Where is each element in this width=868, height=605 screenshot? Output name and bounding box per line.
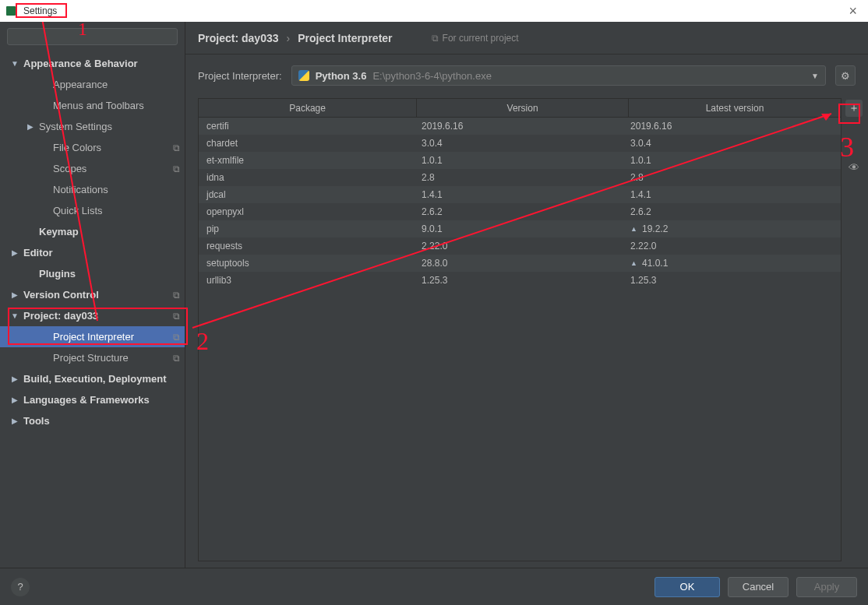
ok-label: OK [680,581,695,593]
sidebar-item[interactable]: ▶Keymap [0,221,185,242]
cell-package: chardet [203,138,418,149]
cell-package: idna [203,172,418,183]
sidebar-item[interactable]: ▶Menus and Toolbars [0,95,185,116]
upgrade-available-icon: ▲ [630,259,637,267]
interpreter-row: Project Interpreter: Python 3.6 E:\pytho… [185,55,868,93]
table-header: Package Version Latest version [199,99,841,118]
sidebar-item[interactable]: ▶Build, Execution, Deployment [0,368,185,389]
latest-text: 1.4.1 [630,189,651,200]
sidebar-item-label: Version Control [23,289,99,301]
col-latest[interactable]: Latest version [629,99,841,117]
sidebar-item[interactable]: ▶Editor [0,242,185,263]
col-version[interactable]: Version [417,99,629,117]
table-row[interactable]: jdcal1.4.11.4.1 [199,186,841,203]
sidebar-item[interactable]: ▶Scopes⧉ [0,158,185,179]
upgrade-available-icon: ▲ [630,225,637,233]
sidebar-item[interactable]: ▶System Settings [0,116,185,137]
latest-text: 41.0.1 [642,258,668,269]
sidebar-item[interactable]: ▶Version Control⧉ [0,284,185,305]
sidebar-item[interactable]: ▶Plugins [0,263,185,284]
cell-version: 2.6.2 [418,206,627,217]
sidebar-item-label: Keymap [39,226,79,237]
sidebar-item-label: Notifications [53,184,108,195]
sidebar-item[interactable]: ▶Notifications [0,179,185,200]
table-row[interactable]: idna2.82.8 [199,169,841,186]
cell-version: 2.22.0 [418,241,627,251]
close-icon[interactable]: × [844,4,862,18]
chevron-right-icon: ▶ [11,396,19,404]
cell-version: 1.4.1 [418,189,627,200]
cell-package: certifi [203,121,418,132]
apply-label: Apply [814,581,840,593]
main-area: 🔍 ▼Appearance & Behavior▶Appearance▶Menu… [0,22,868,568]
cell-latest: 3.0.4 [627,138,836,149]
table-row[interactable]: setuptools28.8.0▲41.0.1 [199,255,841,272]
python-icon [298,70,309,81]
sidebar-item[interactable]: ▶Quick Lists [0,200,185,221]
sidebar-item-label: Scopes [53,163,86,174]
cell-version: 2.8 [418,172,627,183]
cell-latest: 1.0.1 [627,155,836,166]
scope-badge-icon: ⧉ [173,164,180,174]
settings-sidebar: 🔍 ▼Appearance & Behavior▶Appearance▶Menu… [0,22,185,568]
table-row[interactable]: certifi2019.6.162019.6.16 [199,118,841,135]
cancel-button[interactable]: Cancel [728,577,789,597]
sidebar-item-label: Menus and Toolbars [53,100,144,111]
latest-text: 3.0.4 [630,138,651,149]
table-row[interactable]: urllib31.25.31.25.3 [199,272,841,289]
interpreter-settings-button[interactable]: ⚙ [835,65,856,86]
cell-latest: 1.4.1 [627,189,836,200]
chevron-right-icon: ▶ [26,122,34,131]
cell-latest: ▲41.0.1 [627,258,836,269]
search-input[interactable] [7,28,178,45]
packages-table: Package Version Latest version certifi20… [198,98,842,561]
interpreter-label: Project Interpreter: [198,70,282,82]
show-early-releases-button[interactable]: 👁 [845,159,863,176]
apply-button[interactable]: Apply [796,577,857,597]
cell-package: pip [203,223,418,234]
cell-latest: 2019.6.16 [627,121,836,132]
sidebar-item[interactable]: ▶Project Structure⧉ [0,347,185,368]
sidebar-item-label: Plugins [39,268,76,280]
table-row[interactable]: requests2.22.02.22.0 [199,237,841,255]
table-row[interactable]: chardet3.0.43.0.4 [199,135,841,152]
cell-latest: 2.22.0 [627,241,836,251]
chevron-right-icon: ▶ [11,290,19,299]
sidebar-item[interactable]: ▼Appearance & Behavior [0,53,185,74]
cell-latest: 2.6.2 [627,206,836,217]
cell-version: 28.8.0 [418,258,627,269]
cell-package: urllib3 [203,275,418,286]
eye-icon: 👁 [849,161,859,174]
sidebar-item-label: Quick Lists [53,205,103,216]
cell-package: requests [203,241,418,251]
table-row[interactable]: pip9.0.1▲19.2.2 [199,220,841,237]
scope-badge-icon: ⧉ [173,142,180,153]
ok-button[interactable]: OK [655,577,720,597]
col-package[interactable]: Package [199,99,417,117]
interpreter-select[interactable]: Python 3.6 E:\python3-6-4\python.exe ▼ [291,65,826,86]
chevron-down-icon: ▼ [11,59,19,68]
sidebar-item[interactable]: ▶Tools [0,410,185,431]
cell-latest: ▲19.2.2 [627,223,836,234]
latest-text: 19.2.2 [642,223,668,234]
latest-text: 2.8 [630,172,644,183]
cell-package: jdcal [203,189,418,200]
sidebar-item-label: Appearance & Behavior [23,58,138,69]
table-row[interactable]: openpyxl2.6.22.6.2 [199,203,841,220]
chevron-down-icon: ▼ [811,72,819,80]
help-button[interactable]: ? [11,578,30,596]
sidebar-item[interactable]: ▶Languages & Frameworks [0,389,185,410]
settings-tree: ▼Appearance & Behavior▶Appearance▶Menus … [0,50,185,434]
content-panel: Project: day033 › Project Interpreter ⧉ … [185,22,868,568]
app-icon [6,6,16,16]
sidebar-item[interactable]: ▶Appearance [0,74,185,95]
chevron-right-icon: ▶ [11,248,19,257]
table-row[interactable]: et-xmlfile1.0.11.0.1 [199,152,841,169]
cell-version: 1.25.3 [418,275,627,286]
cell-version: 9.0.1 [418,223,627,234]
sidebar-item[interactable]: ▶File Colors⧉ [0,137,185,158]
breadcrumb-project: Project: day033 [198,32,279,44]
package-tool-buttons: ＋ 👁 [842,98,866,561]
cell-package: setuptools [203,258,418,269]
chevron-right-icon: ▶ [11,417,19,425]
